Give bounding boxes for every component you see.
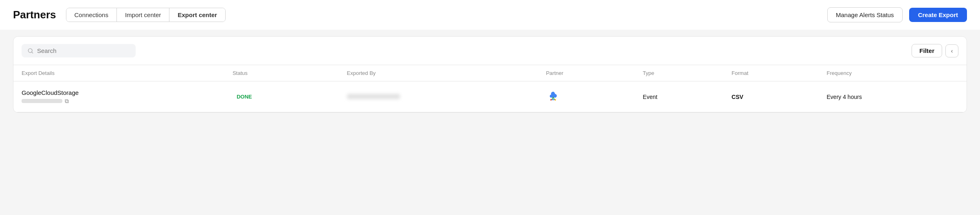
cell-exported-by bbox=[339, 81, 538, 112]
export-id-blur bbox=[22, 99, 62, 103]
table-header: Export Details Status Exported By Partne… bbox=[13, 65, 967, 81]
col-header-frequency: Frequency bbox=[819, 65, 967, 81]
main-content: Filter ‹ Export Details Status Exported … bbox=[0, 30, 980, 119]
table-row: GoogleCloudStorage ⧉ DONE bbox=[13, 81, 967, 112]
page-header: Partners Connections Import center Expor… bbox=[0, 0, 980, 30]
col-header-export-details: Export Details bbox=[13, 65, 224, 81]
search-icon bbox=[27, 48, 34, 54]
cell-partner bbox=[538, 81, 635, 112]
tab-connections[interactable]: Connections bbox=[66, 8, 117, 22]
page-title: Partners bbox=[13, 9, 56, 21]
manage-alerts-button[interactable]: Manage Alerts Status bbox=[827, 7, 903, 22]
search-row: Filter ‹ bbox=[13, 37, 967, 65]
filter-area: Filter ‹ bbox=[912, 44, 958, 57]
export-sub: ⧉ bbox=[22, 98, 216, 105]
export-card: Filter ‹ Export Details Status Exported … bbox=[13, 36, 967, 113]
collapse-button[interactable]: ‹ bbox=[945, 44, 958, 57]
search-input[interactable] bbox=[37, 47, 130, 54]
search-wrapper bbox=[22, 44, 136, 57]
table-body: GoogleCloudStorage ⧉ DONE bbox=[13, 81, 967, 112]
col-header-exported-by: Exported By bbox=[339, 65, 538, 81]
format-value: CSV bbox=[732, 94, 743, 100]
filter-button[interactable]: Filter bbox=[912, 44, 942, 57]
cell-status: DONE bbox=[224, 81, 339, 112]
google-cloud-logo bbox=[546, 89, 560, 103]
tab-export-center[interactable]: Export center bbox=[169, 8, 225, 22]
tab-group: Connections Import center Export center bbox=[66, 8, 226, 22]
export-name: GoogleCloudStorage bbox=[22, 89, 216, 96]
cell-format: CSV bbox=[723, 81, 818, 112]
svg-point-3 bbox=[555, 99, 556, 101]
exported-by-value bbox=[347, 94, 400, 99]
col-header-partner: Partner bbox=[538, 65, 635, 81]
status-badge: DONE bbox=[233, 92, 256, 101]
col-header-status: Status bbox=[224, 65, 339, 81]
cell-type: Event bbox=[635, 81, 723, 112]
type-value: Event bbox=[643, 94, 657, 100]
exports-table: Export Details Status Exported By Partne… bbox=[13, 65, 967, 112]
cell-export-details: GoogleCloudStorage ⧉ bbox=[13, 81, 224, 112]
col-header-format: Format bbox=[723, 65, 818, 81]
create-export-button[interactable]: Create Export bbox=[909, 8, 967, 22]
svg-line-1 bbox=[32, 52, 33, 53]
cell-frequency: Every 4 hours bbox=[819, 81, 967, 112]
col-header-type: Type bbox=[635, 65, 723, 81]
chevron-left-icon: ‹ bbox=[951, 48, 953, 54]
copy-icon[interactable]: ⧉ bbox=[65, 98, 69, 105]
frequency-value: Every 4 hours bbox=[827, 94, 862, 100]
svg-point-2 bbox=[550, 99, 552, 101]
tab-import-center[interactable]: Import center bbox=[117, 8, 169, 22]
